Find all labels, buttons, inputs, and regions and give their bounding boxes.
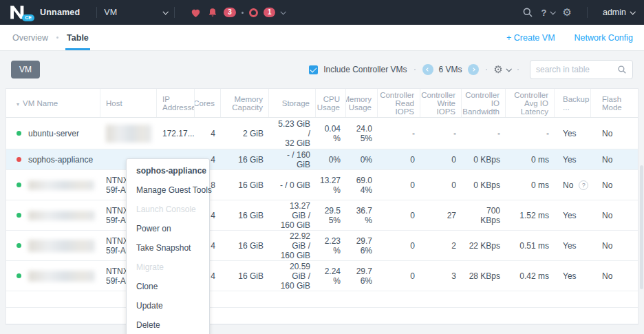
header-vm-name[interactable]: VM Name xyxy=(6,89,100,117)
empty-row xyxy=(6,308,638,324)
tab-table[interactable]: Table xyxy=(65,25,90,50)
chevron-down-icon xyxy=(163,9,169,14)
gear-icon[interactable] xyxy=(563,6,572,19)
io-bandwidth-cell: 700 KBps xyxy=(462,200,506,230)
table-row[interactable]: NTNX- 59f-A/A 4 16 GiB 20.59 GiB / 160 G… xyxy=(6,261,638,291)
menu-item-clone[interactable]: Clone xyxy=(127,277,209,296)
include-controller-label[interactable]: Include Controller VMs xyxy=(323,65,407,74)
flash-mode-cell: No xyxy=(591,231,639,260)
backup-cell: Yes xyxy=(555,118,591,149)
health-heart-icon[interactable] xyxy=(190,7,202,19)
memory-capacity-cell: 2 GiB xyxy=(221,118,269,149)
header-controller-io-bandwidth[interactable]: Controller IO Bandwidth xyxy=(462,89,506,117)
events-ring-icon[interactable] xyxy=(249,8,258,17)
header-memory-capacity[interactable]: Memory Capacity xyxy=(221,89,269,117)
help-dropdown[interactable]: ? xyxy=(541,8,555,18)
io-bandwidth-cell: 0 KBps xyxy=(462,149,506,169)
header-backup[interactable]: Backup ... xyxy=(555,89,591,117)
storage-cell: - / 160 GiB xyxy=(269,149,316,169)
power-on-status-icon xyxy=(17,213,21,218)
cpu-usage-cell: 29.5 5% xyxy=(316,200,346,230)
sort-desc-icon xyxy=(17,99,23,107)
header-flash-mode[interactable]: Flash Mode xyxy=(591,89,639,117)
memory-usage-cell: 24.0 5% xyxy=(346,118,378,149)
table-settings-dropdown[interactable] xyxy=(494,63,511,76)
search-icon[interactable] xyxy=(522,7,533,18)
header-controller-read-iops[interactable]: Controller Read IOPS xyxy=(378,89,420,117)
chevron-down-icon[interactable] xyxy=(281,9,286,14)
help-icon[interactable]: ? xyxy=(579,180,588,190)
table-search[interactable] xyxy=(530,60,633,79)
vm-name[interactable]: sophos-appliance xyxy=(28,155,93,165)
header-controller-avg-io-latency[interactable]: Controller Avg IO Latency xyxy=(506,89,555,117)
entity-menu-dropdown[interactable]: VM xyxy=(104,8,167,17)
empty-row xyxy=(6,291,638,308)
read-iops-cell: 0 xyxy=(378,200,420,230)
vm-filter-button[interactable]: VM xyxy=(11,61,40,79)
table-row-sophos-appliance[interactable]: sophos-appliance 4 16 GiB - / 160 GiB 0%… xyxy=(6,149,638,170)
write-iops-cell: 0 xyxy=(420,170,462,200)
table-row[interactable]: NTNX- 59f-A/A 8 16 GiB - / 0 GiB 13.27 %… xyxy=(6,170,638,200)
io-latency-cell: 0.51 ms xyxy=(506,231,555,260)
flash-mode-cell: No xyxy=(591,149,639,169)
include-controller-checkbox[interactable] xyxy=(309,65,318,74)
menu-item-take-snapshot[interactable]: Take Snapshot xyxy=(127,238,209,258)
backup-cell: Yes xyxy=(555,149,591,169)
power-off-status-icon xyxy=(17,157,21,162)
header-ip[interactable]: IP Addresses xyxy=(157,89,195,117)
header-controller-write-iops[interactable]: Controller Write IOPS xyxy=(420,89,462,117)
separator-dot xyxy=(414,69,416,70)
table-row[interactable]: NTNX- 59f-A/A 4 16 GiB 22.92 GiB / 160 G… xyxy=(6,231,638,261)
header-cpu-usage[interactable]: CPU Usage xyxy=(316,89,346,117)
io-latency-cell: - xyxy=(506,118,555,149)
memory-capacity-cell: 16 GiB xyxy=(221,149,269,169)
write-iops-cell: 0 xyxy=(420,149,462,169)
alerts-bell-icon[interactable] xyxy=(207,7,218,19)
help-icon: ? xyxy=(541,8,547,18)
backup-cell: Yes xyxy=(555,200,591,230)
header-host[interactable]: Host xyxy=(100,89,157,117)
chevron-down-icon xyxy=(630,9,635,14)
flash-mode-cell: No xyxy=(591,170,639,200)
read-iops-cell: 0 xyxy=(378,170,420,200)
table-row-ubuntu-server[interactable]: ubuntu-server 172.17.... 4 2 GiB 5.23 Gi… xyxy=(6,118,638,149)
cpu-usage-cell: 0% xyxy=(316,149,346,169)
network-config-button[interactable]: Network Config xyxy=(575,33,633,43)
divider xyxy=(587,7,588,18)
header-cores[interactable]: Cores xyxy=(195,89,221,117)
separator-dot xyxy=(486,69,487,70)
vm-name[interactable]: ubuntu-server xyxy=(28,129,79,138)
table-header-row: VM Name Host IP Addresses Cores Memory C… xyxy=(6,89,638,118)
io-bandwidth-cell: - xyxy=(462,118,506,149)
io-latency-cell: 0.42 ms xyxy=(506,261,555,291)
entity-menu-label: VM xyxy=(104,8,117,17)
chevron-down-icon xyxy=(506,66,511,72)
separator-dot xyxy=(242,12,244,14)
header-storage[interactable]: Storage xyxy=(269,89,316,117)
next-page-button[interactable] xyxy=(468,64,479,75)
user-menu[interactable]: admin xyxy=(603,8,634,17)
prev-page-button[interactable] xyxy=(422,64,433,75)
header-memory-usage[interactable]: Memory Usage xyxy=(346,89,378,117)
io-bandwidth-cell: 0 KBps xyxy=(462,170,506,200)
menu-item-manage-guest-tools[interactable]: Manage Guest Tools xyxy=(127,180,209,200)
menu-item-power-on[interactable]: Power on xyxy=(127,219,209,238)
menu-item-update[interactable]: Update xyxy=(127,296,209,315)
flash-mode-cell: No xyxy=(591,200,639,230)
memory-usage-cell: 69.0 4% xyxy=(346,170,378,200)
power-on-status-icon xyxy=(17,182,21,187)
memory-capacity-cell: 16 GiB xyxy=(221,261,269,291)
table-row[interactable]: NTNX- 59f-A/A 4 16 GiB 13.27 GiB / 160 G… xyxy=(6,200,638,231)
table-search-input[interactable] xyxy=(536,65,617,74)
chevron-down-icon xyxy=(550,9,555,14)
alert-count-badge[interactable]: 3 xyxy=(224,8,236,17)
storage-cell: 5.23 GiB / 32 GiB xyxy=(269,118,316,149)
vertical-scrollbar[interactable] xyxy=(640,165,643,289)
nutanix-logo[interactable]: CE xyxy=(10,5,30,20)
tab-overview[interactable]: Overview xyxy=(11,25,50,50)
redacted-vm-name xyxy=(28,180,94,190)
create-vm-button[interactable]: + Create VM xyxy=(506,33,555,43)
event-count-badge[interactable]: 1 xyxy=(264,8,276,17)
menu-item-delete[interactable]: Delete xyxy=(127,315,209,334)
flash-mode-cell: No xyxy=(591,261,639,291)
